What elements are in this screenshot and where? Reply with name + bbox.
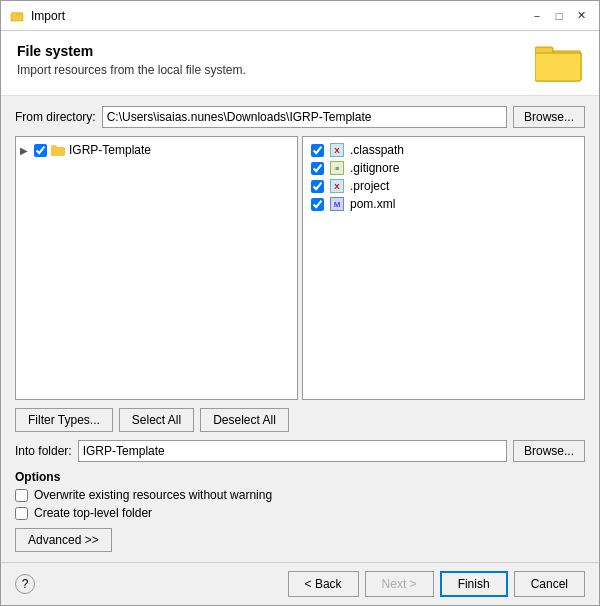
select-all-button[interactable]: Select All [119,408,194,432]
help-button[interactable]: ? [15,574,35,594]
title-bar: Import − □ ✕ [1,1,599,31]
create-folder-checkbox[interactable] [15,507,28,520]
right-files-panel[interactable]: X .classpath ≡ .gitignore X .project M p… [302,136,585,400]
file-panels: ▶ IGRP-Template X .classpath ≡ .gitignor… [15,136,585,400]
tree-item-checkbox[interactable] [34,144,47,157]
next-button[interactable]: Next > [365,571,434,597]
file-icon-x-classpath: X [330,143,344,157]
file-checkbox-classpath[interactable] [311,144,324,157]
options-section: Options Overwrite existing resources wit… [15,470,585,552]
file-checkbox-project[interactable] [311,180,324,193]
file-label-gitignore: .gitignore [350,161,399,175]
advanced-button[interactable]: Advanced >> [15,528,112,552]
browse-directory-button[interactable]: Browse... [513,106,585,128]
svg-rect-2 [11,12,16,15]
svg-rect-1 [11,14,23,21]
file-icon-doc-gitignore: ≡ [330,161,344,175]
browse-folder-button[interactable]: Browse... [513,440,585,462]
deselect-all-button[interactable]: Deselect All [200,408,289,432]
into-folder-input[interactable] [78,440,507,462]
finish-button[interactable]: Finish [440,571,508,597]
window-controls: − □ ✕ [527,6,591,26]
svg-rect-5 [535,53,581,81]
tree-arrow-icon: ▶ [20,145,30,156]
minimize-button[interactable]: − [527,6,547,26]
cancel-button[interactable]: Cancel [514,571,585,597]
file-action-buttons: Filter Types... Select All Deselect All [15,408,585,432]
options-label: Options [15,470,585,484]
main-content: From directory: Browse... ▶ IGRP-Templat… [1,96,599,562]
back-button[interactable]: < Back [288,571,359,597]
tree-item-igrp-template[interactable]: ▶ IGRP-Template [20,141,293,159]
header-text: File system Import resources from the lo… [17,43,246,77]
file-label-pom: pom.xml [350,197,395,211]
from-directory-label: From directory: [15,110,96,124]
file-checkbox-pom[interactable] [311,198,324,211]
create-folder-label: Create top-level folder [34,506,152,520]
filter-types-button[interactable]: Filter Types... [15,408,113,432]
into-folder-label: Into folder: [15,444,72,458]
file-icon-x-project: X [330,179,344,193]
page-subtitle: Import resources from the local file sys… [17,63,246,77]
overwrite-checkbox-row: Overwrite existing resources without war… [15,488,585,502]
maximize-button[interactable]: □ [549,6,569,26]
left-tree-panel[interactable]: ▶ IGRP-Template [15,136,298,400]
file-label-project: .project [350,179,389,193]
folder-small-icon [51,145,65,156]
file-item-project[interactable]: X .project [307,177,580,195]
footer: ? < Back Next > Finish Cancel [1,562,599,605]
create-folder-checkbox-row: Create top-level folder [15,506,585,520]
file-checkbox-gitignore[interactable] [311,162,324,175]
from-directory-row: From directory: Browse... [15,106,585,128]
window-icon [9,8,25,24]
file-item-classpath[interactable]: X .classpath [307,141,580,159]
import-window: Import − □ ✕ File system Import resource… [0,0,600,606]
file-item-gitignore[interactable]: ≡ .gitignore [307,159,580,177]
overwrite-checkbox[interactable] [15,489,28,502]
folder-large-icon [535,43,583,83]
overwrite-label: Overwrite existing resources without war… [34,488,272,502]
into-folder-row: Into folder: Browse... [15,440,585,462]
file-icon-m-pom: M [330,197,344,211]
file-item-pom[interactable]: M pom.xml [307,195,580,213]
file-label-classpath: .classpath [350,143,404,157]
window-title: Import [31,9,521,23]
close-button[interactable]: ✕ [571,6,591,26]
page-title: File system [17,43,246,59]
from-directory-input[interactable] [102,106,507,128]
header-section: File system Import resources from the lo… [1,31,599,96]
tree-item-label: IGRP-Template [69,143,151,157]
